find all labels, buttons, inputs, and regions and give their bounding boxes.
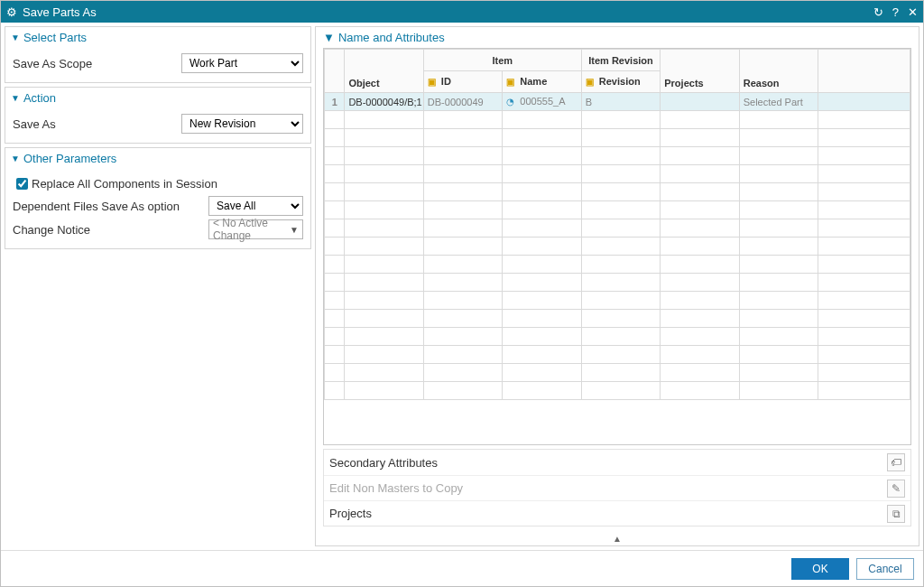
edit-non-masters-label: Edit Non Masters to Copy <box>329 481 463 495</box>
caret-down-icon: ▼ <box>11 154 20 163</box>
row-number: 1 <box>325 93 345 111</box>
col-header-projects[interactable]: Projects <box>661 50 739 93</box>
cell-name[interactable]: ◔000555_A <box>503 93 581 111</box>
attributes-grid: Object Item Item Revision Projects Reaso… <box>323 48 911 445</box>
id-icon: ▣ <box>428 77 439 88</box>
change-notice-value: < No Active Change <box>213 217 290 242</box>
cell-id[interactable]: DB-0000049 <box>423 93 502 111</box>
col-header-rownum <box>325 50 345 93</box>
name-icon: ▣ <box>506 77 517 88</box>
change-notice-select[interactable]: < No Active Change ▼ <box>208 219 303 239</box>
section-select-parts: ▼ Select Parts Save As Scope Work Part <box>5 26 311 83</box>
dialog-footer: OK Cancel <box>1 550 923 586</box>
section-header-select-parts[interactable]: ▼ Select Parts <box>5 27 310 48</box>
col-header-id[interactable]: ▣ID <box>423 71 502 93</box>
titlebar: ⚙ Save Parts As ↻ ? ✕ <box>1 1 923 23</box>
close-icon[interactable]: ✕ <box>908 5 918 19</box>
dependent-files-select[interactable]: Save All <box>208 196 303 216</box>
section-header-name-attributes[interactable]: ▼ Name and Attributes <box>316 27 919 48</box>
section-other-parameters: ▼ Other Parameters Replace All Component… <box>5 147 311 249</box>
caret-down-icon: ▼ <box>11 93 20 103</box>
table-row[interactable]: 1 DB-0000049/B;1 DB-0000049 ◔000555_A B … <box>325 93 910 111</box>
save-as-select[interactable]: New Revision <box>181 114 303 134</box>
name-cell-icon: ◔ <box>506 97 517 107</box>
tag-icon[interactable]: 🏷 <box>887 453 905 471</box>
help-icon[interactable]: ? <box>892 5 899 19</box>
secondary-attributes-label: Secondary Attributes <box>329 456 438 470</box>
resize-handle-icon[interactable]: ▲ <box>316 534 919 545</box>
refresh-icon[interactable]: ↻ <box>873 5 883 19</box>
left-column: ▼ Select Parts Save As Scope Work Part ▼… <box>5 26 311 546</box>
section-header-other[interactable]: ▼ Other Parameters <box>5 148 310 169</box>
save-as-scope-select[interactable]: Work Part <box>181 53 303 73</box>
cell-revision[interactable]: B <box>581 93 660 111</box>
chevron-down-icon: ▼ <box>290 225 299 235</box>
col-header-name[interactable]: ▣Name <box>503 71 581 93</box>
change-notice-label: Change Notice <box>13 223 208 237</box>
col-header-extra <box>818 50 910 93</box>
replace-all-label: Replace All Components in Session <box>32 177 217 191</box>
replace-all-checkbox[interactable] <box>16 178 28 190</box>
cell-reason[interactable]: Selected Part <box>739 93 818 111</box>
revision-icon: ▣ <box>586 77 596 88</box>
window-title: Save Parts As <box>23 5 873 19</box>
right-column: ▼ Name and Attributes Object Item Item R… <box>315 26 919 546</box>
ok-button[interactable]: OK <box>791 558 849 580</box>
cancel-button[interactable]: Cancel <box>856 558 914 580</box>
edit-non-masters-row: Edit Non Masters to Copy ✎ <box>324 475 910 500</box>
caret-down-icon: ▼ <box>11 33 20 42</box>
section-action: ▼ Action Save As New Revision <box>5 87 311 144</box>
col-group-item[interactable]: Item <box>423 50 581 71</box>
section-title: Action <box>23 91 56 105</box>
col-header-revision[interactable]: ▣Revision <box>581 71 660 93</box>
col-header-object[interactable]: Object <box>345 50 423 93</box>
col-group-item-revision[interactable]: Item Revision <box>581 50 660 71</box>
dependent-files-label: Dependent Files Save As option <box>13 200 208 213</box>
section-title: Other Parameters <box>23 152 116 165</box>
cell-object[interactable]: DB-0000049/B;1 <box>345 93 423 111</box>
projects-icon[interactable]: ⧉ <box>887 505 905 523</box>
main-area: ▼ Select Parts Save As Scope Work Part ▼… <box>1 23 923 550</box>
section-header-action[interactable]: ▼ Action <box>5 88 310 108</box>
attributes-table: Object Item Item Revision Projects Reaso… <box>324 49 910 400</box>
col-header-reason[interactable]: Reason <box>739 50 818 93</box>
projects-label: Projects <box>329 507 372 520</box>
grid-body: 1 DB-0000049/B;1 DB-0000049 ◔000555_A B … <box>325 93 910 400</box>
caret-down-icon: ▼ <box>323 31 335 44</box>
save-as-label: Save As <box>13 117 181 131</box>
projects-row[interactable]: Projects ⧉ <box>324 500 910 526</box>
gear-icon: ⚙ <box>6 5 17 19</box>
secondary-panel: Secondary Attributes 🏷 Edit Non Masters … <box>323 449 911 526</box>
cell-extra <box>818 93 910 111</box>
secondary-attributes-row[interactable]: Secondary Attributes 🏷 <box>324 450 910 475</box>
pencil-icon: ✎ <box>887 480 905 498</box>
section-title: Name and Attributes <box>338 31 445 44</box>
section-title: Select Parts <box>23 31 87 44</box>
cell-projects[interactable] <box>661 93 739 111</box>
save-as-scope-label: Save As Scope <box>13 57 181 70</box>
